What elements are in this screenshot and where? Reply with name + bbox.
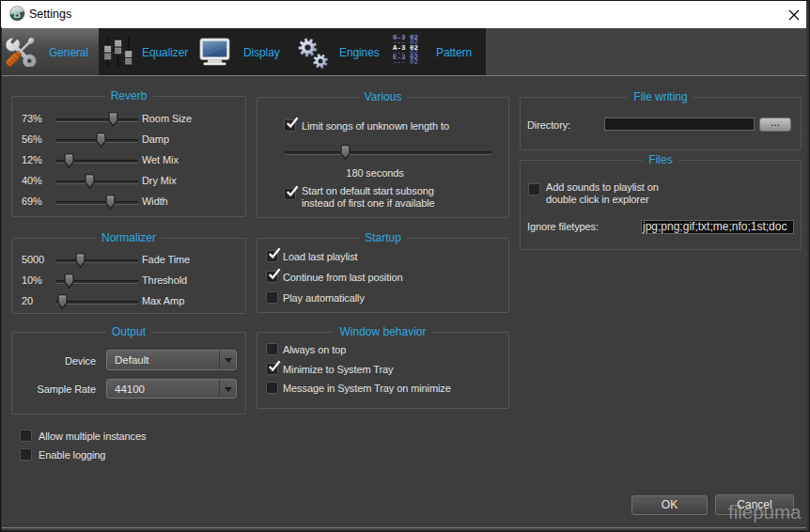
svg-text:B: B	[13, 8, 21, 20]
